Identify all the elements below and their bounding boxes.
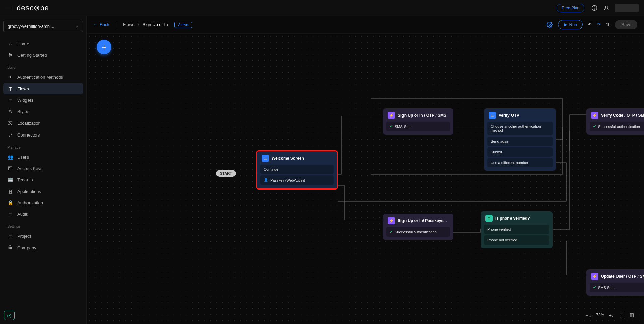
node-row-sms-sent-2[interactable]: ✔SMS Sent	[590, 283, 644, 292]
zoom-controls: −⌕ 73% +⌕ ⛶ ▥	[582, 310, 637, 320]
chevron-down-icon: ⌄	[75, 24, 78, 29]
play-icon: ▶	[564, 22, 567, 27]
nav-localization[interactable]: 文 Localization	[3, 117, 83, 129]
tenants-icon: 🏢	[7, 177, 13, 182]
node-signup-otp[interactable]: ⚡ Sign Up or In / OTP / SMS ✔SMS Sent	[383, 108, 453, 135]
users-icon: 👥	[7, 154, 13, 160]
save-button[interactable]: Save	[615, 20, 637, 29]
node-phone-verified[interactable]: Y Is phone verified? Phone verified Phon…	[481, 211, 553, 248]
lightning-icon: ⚡	[591, 112, 598, 119]
node-row-phone-not-verified[interactable]: Phone not verified	[484, 235, 549, 245]
minimap-button[interactable]: ▥	[629, 312, 634, 318]
node-verify-otp[interactable]: ▭ Verify OTP Choose another authenticati…	[484, 108, 556, 171]
undo-button[interactable]: ↶	[585, 20, 594, 29]
project-name: groovy-vermilion-archi...	[8, 24, 54, 29]
import-export-button[interactable]: ⇅	[603, 20, 612, 29]
key-icon: ⚿	[7, 166, 13, 171]
node-row-passkey[interactable]: 👤Passkey (WebAuthn)	[260, 175, 334, 185]
zoom-in-button[interactable]: +⌕	[609, 312, 615, 318]
project-selector[interactable]: groovy-vermilion-archi... ⌄	[3, 21, 83, 32]
auth-icon: ✦	[7, 74, 13, 80]
screen-icon: ▭	[489, 112, 496, 119]
section-settings: Settings	[3, 220, 83, 230]
section-manage: Manage	[3, 141, 83, 151]
breadcrumb: Flows / Sign Up or In Active	[116, 22, 192, 28]
start-pill[interactable]: START	[216, 170, 236, 177]
settings-icon[interactable]	[544, 20, 555, 30]
node-verify-code[interactable]: ⚡ Verify Code / OTP / SMS ✔Successful au…	[586, 108, 644, 135]
svg-point-1	[594, 9, 595, 9]
zoom-out-button[interactable]: −⌕	[585, 312, 591, 318]
back-button[interactable]: ← Back	[93, 22, 109, 27]
sidebar: groovy-vermilion-archi... ⌄ ⌂ Home ⚑ Get…	[0, 16, 87, 324]
arrow-left-icon: ←	[93, 22, 98, 27]
lightning-icon: ⚡	[591, 273, 598, 280]
nav-access-keys[interactable]: ⚿ Access Keys	[3, 163, 83, 174]
nav-getting-started[interactable]: ⚑ Getting Started	[3, 49, 83, 61]
hamburger-menu[interactable]	[5, 6, 12, 10]
connectors-icon: ⇄	[7, 132, 13, 138]
nav-auth-methods[interactable]: ✦ Authentication Methods	[3, 71, 83, 83]
node-row-success-auth-2[interactable]: ✔Successful authentication	[386, 227, 450, 237]
nav-widgets[interactable]: ▭ Widgets	[3, 94, 83, 106]
lock-icon: 🔒	[7, 200, 13, 205]
chat-button[interactable]: (•)	[4, 311, 15, 320]
help-icon[interactable]	[589, 3, 600, 13]
node-row-different-number[interactable]: Use a different number	[487, 158, 553, 167]
node-row-phone-verified[interactable]: Phone verified	[484, 225, 549, 234]
node-signup-passkeys[interactable]: ⚡ Sign Up or In/ Passkeys... ✔Successful…	[383, 214, 453, 240]
fit-view-button[interactable]: ⛶	[620, 312, 625, 318]
node-row-send-again[interactable]: Send again	[487, 137, 553, 146]
lightning-icon: ⚡	[388, 217, 395, 224]
add-node-button[interactable]: +	[97, 40, 111, 54]
lightning-icon: ⚡	[388, 112, 395, 119]
nav-flows[interactable]: ◫ Flows	[3, 83, 83, 94]
user-chip[interactable]	[615, 4, 639, 12]
nav-home[interactable]: ⌂ Home	[3, 38, 83, 49]
redo-button[interactable]: ↷	[594, 20, 603, 29]
node-row-continue[interactable]: Continue	[260, 165, 334, 174]
connections	[87, 34, 644, 324]
passkey-icon: 👤	[264, 178, 268, 182]
check-icon: ✔	[593, 285, 596, 290]
node-welcome-screen[interactable]: ▭ Welcome Screen Continue 👤Passkey (WebA…	[256, 150, 338, 190]
nav-applications[interactable]: ▦ Applications	[3, 185, 83, 197]
node-update-user[interactable]: ⚡ Update User / OTP / SMS ✔SMS Sent	[586, 269, 644, 296]
styles-icon: ✎	[7, 109, 13, 114]
svg-point-2	[605, 6, 607, 8]
free-plan-button[interactable]: Free Plan	[557, 4, 584, 12]
home-icon: ⌂	[7, 41, 13, 46]
zoom-percent: 73%	[596, 313, 604, 317]
project-icon: ▭	[7, 233, 13, 239]
apps-icon: ▦	[7, 188, 13, 194]
flag-icon: ⚑	[7, 52, 13, 58]
node-row-choose-another[interactable]: Choose another authentication method	[487, 122, 553, 135]
check-icon: ✔	[390, 124, 393, 129]
canvas[interactable]: +	[87, 34, 644, 324]
section-build: Build	[3, 61, 83, 71]
nav-connectors[interactable]: ⇄ Connectors	[3, 129, 83, 141]
nav-project[interactable]: ▭ Project	[3, 230, 83, 242]
active-pill: Active	[174, 22, 192, 28]
user-icon[interactable]	[601, 3, 612, 13]
crumb-flows[interactable]: Flows	[123, 22, 135, 27]
nav-tenants[interactable]: 🏢 Tenants	[3, 174, 83, 185]
check-icon: ✔	[390, 230, 393, 234]
nav-authorization[interactable]: 🔒 Authorization	[3, 197, 83, 208]
condition-icon: Y	[485, 215, 493, 222]
node-row-success-auth[interactable]: ✔Successful authentication	[590, 122, 644, 131]
svg-point-3	[549, 24, 550, 25]
screen-icon: ▭	[262, 155, 269, 162]
nav-styles[interactable]: ✎ Styles	[3, 106, 83, 117]
toolbar: ← Back Flows / Sign Up or In Active ▶ Ru…	[87, 16, 644, 34]
logo: desc⊚pe	[17, 4, 49, 12]
nav-company[interactable]: 🏛 Company	[3, 242, 83, 253]
node-row-sms-sent[interactable]: ✔SMS Sent	[386, 122, 450, 131]
nav-users[interactable]: 👥 Users	[3, 151, 83, 163]
run-button[interactable]: ▶ Run	[558, 20, 583, 29]
nav-audit[interactable]: ≡ Audit	[3, 208, 83, 220]
localization-icon: 文	[7, 120, 13, 126]
audit-icon: ≡	[7, 211, 13, 217]
flows-icon: ◫	[7, 86, 13, 91]
node-row-submit[interactable]: Submit	[487, 147, 553, 157]
